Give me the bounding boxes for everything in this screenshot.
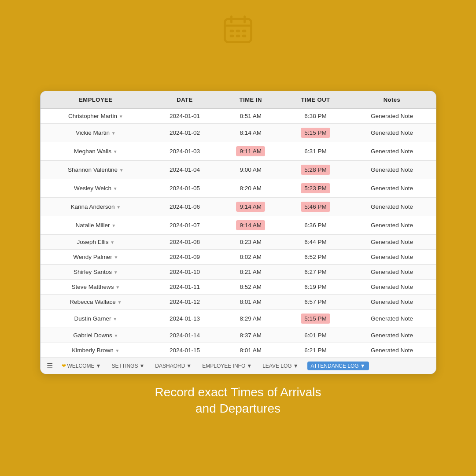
table-row: Joseph Ellis ▼2024-01-088:23 AM6:44 PMGe… (41, 234, 436, 249)
time-out-value: 5:46 PM (301, 202, 330, 212)
col-header-date: DATE (151, 91, 218, 109)
cell-date: 2024-01-02 (151, 123, 218, 142)
employee-dropdown-arrow[interactable]: ▼ (111, 223, 116, 228)
cell-date: 2024-01-14 (151, 328, 218, 343)
employee-dropdown-arrow[interactable]: ▼ (119, 168, 124, 173)
cell-employee: Christopher Martin ▼ (41, 108, 151, 123)
employee-dropdown-arrow[interactable]: ▼ (119, 114, 123, 119)
cell-time-in: 8:20 AM (218, 179, 283, 197)
hamburger-icon[interactable]: ☰ (47, 362, 53, 370)
employee-name: Karina Anderson (71, 203, 115, 210)
cell-time-in: 8:29 AM (218, 309, 283, 328)
table-row: Meghan Walls ▼2024-01-039:11 AM6:31 PMGe… (41, 142, 436, 160)
nav-welcome-label: WELCOME (67, 363, 95, 369)
col-header-notes: Notes (348, 91, 435, 109)
table-row: Vickie Martin ▼2024-01-028:14 AM5:15 PMG… (41, 123, 436, 142)
nav-settings-label: SETTINGS (111, 363, 138, 369)
employee-dropdown-arrow[interactable]: ▼ (118, 300, 122, 305)
nav-dashboard[interactable]: DASHAORD ▼ (153, 362, 193, 370)
header-section (0, 0, 476, 91)
cell-employee: Rebecca Wallace ▼ (41, 294, 151, 309)
cell-time-out: 6:19 PM (283, 279, 348, 294)
cell-date: 2024-01-03 (151, 142, 218, 160)
cell-time-out: 5:15 PM (283, 123, 348, 142)
employee-dropdown-arrow[interactable]: ▼ (115, 285, 120, 290)
nav-employee-info[interactable]: EMPLOYEE INFO ▼ (200, 362, 254, 370)
nav-settings[interactable]: SETTINGS ▼ (110, 362, 146, 370)
cell-employee: Natalie Miller ▼ (41, 216, 151, 234)
cell-date: 2024-01-07 (151, 216, 218, 234)
employee-name: Vickie Martin (76, 129, 110, 136)
employee-name: Shirley Santos (74, 269, 112, 275)
table-wrapper: EMPLOYEE DATE TIME IN TIME OUT Notes Chr… (41, 91, 436, 358)
time-out-value: 5:15 PM (301, 314, 330, 324)
employee-dropdown-arrow[interactable]: ▼ (111, 131, 116, 136)
cell-time-in: 8:01 AM (218, 294, 283, 309)
cell-note: Generated Note (348, 216, 435, 234)
nav-welcome[interactable]: ❤ WELCOME ▼ (60, 362, 103, 370)
cell-note: Generated Note (348, 197, 435, 216)
calendar-icon (221, 13, 255, 46)
cell-employee: Joseph Ellis ▼ (41, 234, 151, 249)
nav-attendance-log-arrow: ▼ (360, 363, 365, 369)
employee-dropdown-arrow[interactable]: ▼ (116, 205, 121, 210)
nav-employee-info-label: EMPLOYEE INFO (202, 363, 245, 369)
cell-time-in: 9:11 AM (218, 142, 283, 160)
attendance-table-container: EMPLOYEE DATE TIME IN TIME OUT Notes Chr… (40, 91, 436, 374)
employee-dropdown-arrow[interactable]: ▼ (114, 270, 118, 275)
attendance-table: EMPLOYEE DATE TIME IN TIME OUT Notes Chr… (41, 91, 436, 358)
cell-employee: Wendy Palmer ▼ (41, 249, 151, 264)
employee-dropdown-arrow[interactable]: ▼ (113, 149, 118, 154)
cell-date: 2024-01-10 (151, 264, 218, 279)
cell-date: 2024-01-08 (151, 234, 218, 249)
cell-time-out: 5:46 PM (283, 197, 348, 216)
table-header-row: EMPLOYEE DATE TIME IN TIME OUT Notes (41, 91, 436, 109)
employee-name: Kimberly Brown (72, 347, 114, 354)
employee-name: Natalie Miller (75, 222, 110, 229)
cell-time-out: 6:36 PM (283, 216, 348, 234)
cell-employee: Meghan Walls ▼ (41, 142, 151, 160)
svg-rect-7 (230, 35, 234, 37)
table-row: Shannon Valentine ▼2024-01-049:00 AM5:28… (41, 160, 436, 179)
employee-dropdown-arrow[interactable]: ▼ (115, 348, 120, 353)
employee-dropdown-arrow[interactable]: ▼ (113, 186, 118, 191)
cell-time-out: 6:21 PM (283, 343, 348, 358)
table-row: Dustin Garner ▼2024-01-138:29 AM5:15 PMG… (41, 309, 436, 328)
nav-welcome-arrow: ▼ (96, 363, 101, 369)
cell-time-in: 8:02 AM (218, 249, 283, 264)
nav-employee-info-arrow: ▼ (247, 363, 252, 369)
cell-time-in: 8:21 AM (218, 264, 283, 279)
cell-time-out: 6:31 PM (283, 142, 348, 160)
cell-note: Generated Note (348, 309, 435, 328)
cell-note: Generated Note (348, 343, 435, 358)
employee-dropdown-arrow[interactable]: ▼ (114, 255, 118, 260)
bottom-navbar: ☰ ❤ WELCOME ▼ SETTINGS ▼ DASHAORD ▼ EMPL… (41, 358, 436, 374)
cell-time-out: 5:15 PM (283, 309, 348, 328)
employee-name: Christopher Martin (68, 113, 117, 119)
cell-time-in: 8:23 AM (218, 234, 283, 249)
table-row: Christopher Martin ▼2024-01-018:51 AM6:3… (41, 108, 436, 123)
cell-note: Generated Note (348, 108, 435, 123)
cell-time-in: 8:14 AM (218, 123, 283, 142)
cell-date: 2024-01-01 (151, 108, 218, 123)
cell-time-in: 9:00 AM (218, 160, 283, 179)
cell-date: 2024-01-06 (151, 197, 218, 216)
employee-name: Wesley Welch (74, 185, 111, 192)
col-header-timeout: TIME OUT (283, 91, 348, 109)
cell-employee: Steve Matthews ▼ (41, 279, 151, 294)
cell-note: Generated Note (348, 294, 435, 309)
svg-rect-9 (242, 35, 246, 37)
employee-dropdown-arrow[interactable]: ▼ (110, 240, 114, 245)
cell-employee: Wesley Welch ▼ (41, 179, 151, 197)
cell-note: Generated Note (348, 328, 435, 343)
nav-leave-log[interactable]: LEAVE LOG ▼ (261, 362, 300, 370)
table-row: Kimberly Brown ▼2024-01-158:01 AM6:21 PM… (41, 343, 436, 358)
employee-dropdown-arrow[interactable]: ▼ (113, 317, 117, 321)
employee-dropdown-arrow[interactable]: ▼ (114, 333, 118, 338)
nav-attendance-log[interactable]: ATTENDANCE LOG ▼ (307, 362, 369, 370)
cell-time-in: 8:01 AM (218, 343, 283, 358)
nav-dashboard-label: DASHAORD (155, 363, 185, 369)
time-out-value: 5:23 PM (301, 183, 330, 193)
cell-time-in: 8:52 AM (218, 279, 283, 294)
cell-time-out: 6:38 PM (283, 108, 348, 123)
